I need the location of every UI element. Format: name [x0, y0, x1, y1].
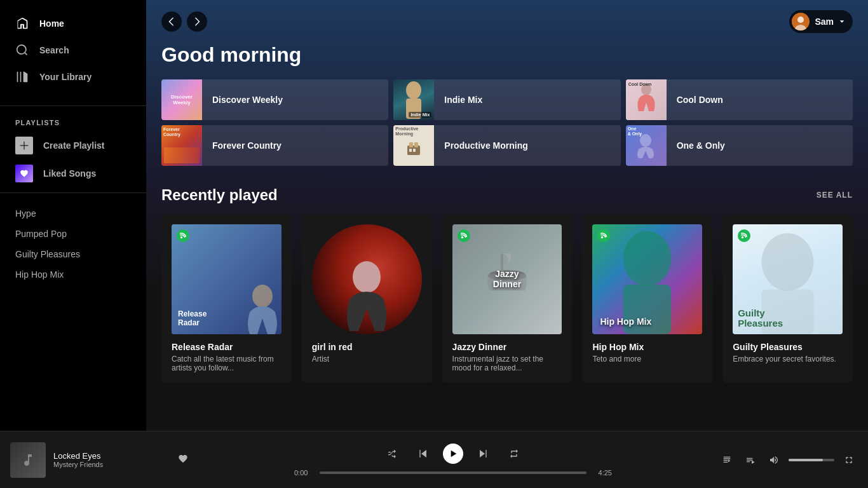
create-playlist-item[interactable]: Create Playlist	[0, 132, 146, 159]
library-label: Your Library	[39, 72, 92, 82]
card-jazzy-dinner[interactable]: Jazzy Dinner Jazzy Dinner Instrumental j…	[442, 214, 573, 383]
one-only-thumb: One& Only	[626, 125, 667, 166]
sidebar-item-search[interactable]: Search	[0, 37, 146, 64]
liked-songs-label: Liked Songs	[43, 168, 96, 179]
guilty-pleasures-title: Guilty Pleasures	[733, 342, 843, 352]
svg-point-12	[252, 285, 273, 308]
player-artist: Mystery Friends	[53, 461, 170, 468]
library-icon	[15, 70, 29, 84]
svg-point-24	[601, 236, 603, 238]
sidebar-nav: Home Search Your Library	[0, 5, 146, 100]
hip-hop-mix-title: Hip Hop Mix	[592, 342, 702, 352]
featured-item-forever-country[interactable]: ForeverCountry Forever Country	[161, 125, 388, 166]
queue-button[interactable]	[742, 450, 760, 470]
player-left: Locked Eyes Mystery Friends	[10, 442, 188, 478]
fullscreen-button[interactable]	[839, 450, 858, 470]
featured-item-one-only[interactable]: One& Only One & Only	[626, 125, 853, 166]
user-avatar	[792, 13, 810, 30]
user-name: Sam	[815, 17, 834, 27]
user-menu-button[interactable]: Sam	[789, 10, 853, 33]
forever-country-name: Forever Country	[202, 140, 292, 151]
sidebar-playlist-guilty-pleasures[interactable]: Guilty Pleasures	[0, 244, 146, 264]
recently-played-header: Recently played SEE ALL	[161, 186, 853, 204]
sidebar-playlist-hip-hop-mix[interactable]: Hip Hop Mix	[0, 264, 146, 285]
create-playlist-icon	[15, 137, 33, 154]
sidebar-item-home[interactable]: Home	[0, 10, 146, 37]
back-button[interactable]	[161, 11, 182, 32]
repeat-button[interactable]	[504, 444, 524, 464]
recently-played-grid: ReleaseRadar Release Radar Catch all the…	[161, 214, 853, 383]
card-guilty-pleasures[interactable]: GuiltyPleasures Guilty Pleasures Embrace…	[722, 214, 853, 383]
discover-weekly-name: Discover Weekly	[202, 95, 293, 105]
forever-country-thumb: ForeverCountry	[161, 125, 202, 166]
productive-morning-name: Productive Morning	[434, 140, 538, 151]
release-radar-badge	[177, 229, 189, 245]
play-pause-button[interactable]	[443, 444, 463, 464]
svg-point-15	[353, 261, 381, 293]
content-area: Good morning Discover Weekly Discover We…	[146, 43, 868, 398]
sidebar-playlist-hype[interactable]: Hype	[0, 203, 146, 224]
player-bar: Locked Eyes Mystery Friends	[0, 431, 868, 488]
player-song-title: Locked Eyes	[53, 451, 170, 461]
featured-item-discover-weekly[interactable]: Discover Weekly Discover Weekly	[161, 79, 388, 120]
girl-in-red-title: girl in red	[312, 342, 422, 352]
svg-rect-10	[413, 149, 416, 152]
player-song-info: Locked Eyes Mystery Friends	[53, 451, 170, 468]
guilty-pleasures-badge	[738, 229, 750, 245]
liked-songs-item[interactable]: Liked Songs	[0, 159, 146, 187]
sidebar-playlist-pumped-pop[interactable]: Pumped Pop	[0, 224, 146, 244]
hip-hop-mix-subtitle: Teto and more	[592, 355, 702, 363]
see-all-button[interactable]: SEE ALL	[817, 191, 853, 200]
svg-point-20	[461, 236, 463, 238]
volume-fill	[789, 459, 823, 461]
svg-point-21	[623, 231, 672, 286]
svg-point-1	[797, 17, 804, 23]
card-release-radar[interactable]: ReleaseRadar Release Radar Catch all the…	[161, 214, 292, 383]
release-radar-subtitle: Catch all the latest music from artists …	[172, 355, 281, 372]
progress-bar[interactable]	[320, 471, 587, 474]
svg-rect-7	[409, 142, 413, 147]
featured-playlist-grid: Discover Weekly Discover Weekly	[161, 79, 853, 166]
playlists-section-label: PLAYLISTS	[0, 111, 146, 132]
player-controls	[382, 444, 524, 464]
volume-bar[interactable]	[789, 459, 834, 461]
release-radar-title: Release Radar	[172, 342, 281, 352]
sidebar-divider-2	[0, 193, 146, 193]
search-label: Search	[39, 45, 69, 55]
featured-item-cool-down[interactable]: Cool Down Cool Down	[626, 79, 853, 120]
cool-down-thumb: Cool Down	[626, 79, 667, 120]
top-bar: Sam	[146, 0, 868, 43]
featured-item-indie-mix[interactable]: Indie Mix Indie Mix	[393, 79, 620, 120]
featured-item-productive-morning[interactable]: ProductiveMorning	[393, 125, 620, 166]
app-layout: Home Search Your Library PLAYLISTS Cre	[0, 0, 868, 431]
volume-button[interactable]	[765, 450, 783, 470]
indie-mix-thumb: Indie Mix	[393, 79, 434, 120]
girl-in-red-subtitle: Artist	[312, 355, 422, 363]
jazzy-dinner-subtitle: Instrumental jazz to set the mood for a …	[452, 355, 562, 372]
card-girl-in-red[interactable]: girl in red Artist	[302, 214, 432, 383]
nav-buttons	[161, 11, 207, 32]
home-label: Home	[39, 18, 64, 29]
sidebar-divider-1	[0, 105, 146, 106]
search-icon	[15, 43, 29, 57]
like-song-button[interactable]	[178, 454, 188, 466]
sidebar-item-library[interactable]: Your Library	[0, 64, 146, 90]
liked-songs-icon	[15, 165, 33, 182]
player-center: 0:00 4:25	[188, 444, 718, 477]
create-playlist-label: Create Playlist	[43, 140, 105, 151]
card-hip-hop-mix[interactable]: Hip Hop Mix Hip Hop Mix Teto and more	[582, 214, 712, 383]
hip-hop-mix-badge	[597, 229, 610, 245]
lyrics-button[interactable]	[718, 450, 736, 470]
discover-weekly-thumb: Discover Weekly	[161, 79, 202, 120]
one-only-name: One & Only	[667, 140, 735, 151]
previous-button[interactable]	[412, 444, 433, 464]
playlist-list: Hype Pumped Pop Guilty Pleasures Hip Hop…	[0, 198, 146, 290]
home-icon	[15, 17, 29, 30]
forward-button[interactable]	[187, 11, 207, 32]
sidebar: Home Search Your Library PLAYLISTS Cre	[0, 0, 146, 431]
svg-point-14	[180, 236, 182, 238]
shuffle-button[interactable]	[382, 444, 402, 464]
main-content: Sam Good morning Discover Weekly	[146, 0, 868, 431]
next-button[interactable]	[473, 444, 494, 464]
recently-played-title: Recently played	[161, 186, 278, 204]
